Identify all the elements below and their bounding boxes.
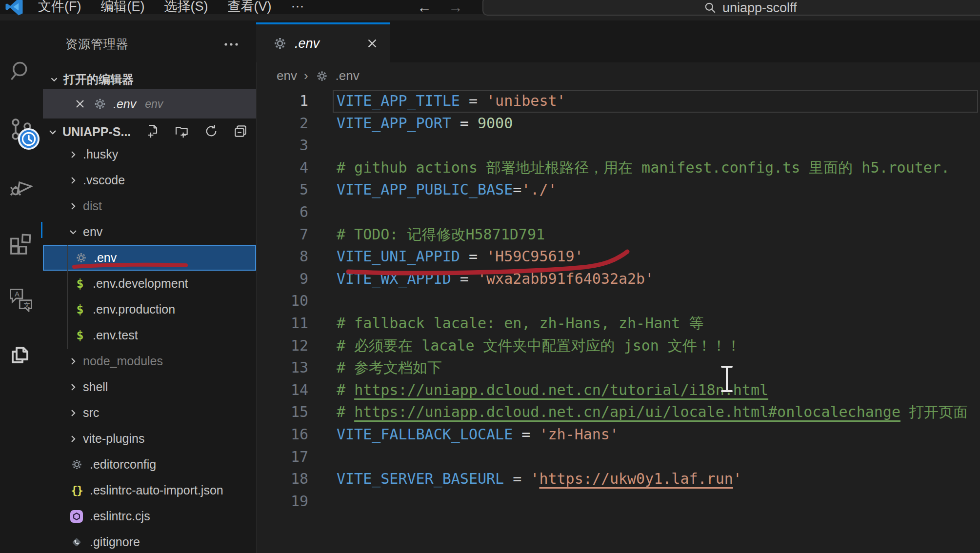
tree-item-shell[interactable]: shell [43,374,256,400]
menu-view[interactable]: 查看(V) [227,0,271,15]
new-folder-icon[interactable] [174,123,190,139]
tree-item-label: src [83,406,99,420]
project-section-header[interactable]: UNIAPP-S... [47,125,131,139]
breadcrumb-file[interactable]: .env [336,68,360,83]
code-line-10[interactable]: 10 [256,290,980,312]
tree-item-nodemodules[interactable]: node_modules [43,348,256,374]
code-line-text: # fallback lacale: en, zh-Hans, zh-Hant … [337,312,703,335]
extensions-icon[interactable] [0,225,42,259]
tree-item-dist[interactable]: dist [43,193,256,219]
tree-item-env[interactable]: env [43,219,256,245]
tree-item-label: node_modules [83,354,163,368]
back-arrow-icon[interactable]: ← [417,0,432,16]
tree-item-.env.test[interactable]: $.env.test [43,322,256,348]
chevron-right-icon [66,380,80,394]
chevron-right-icon [66,432,80,446]
run-debug-icon[interactable] [0,169,42,203]
history-nav: ← → [417,0,463,16]
code-line-7[interactable]: 7# TODO: 记得修改H5871D791 [256,223,980,246]
explorer-pages-icon[interactable] [0,337,42,372]
open-editor-file-name: .env [113,97,136,111]
gear-icon [93,97,107,111]
code-line-19[interactable]: 19 [256,490,980,513]
menu-selection[interactable]: 选择(S) [164,0,208,15]
breadcrumb-folder[interactable]: env [277,68,297,83]
line-number: 6 [256,201,308,223]
code-line-17[interactable]: 17 [256,446,980,468]
open-editor-file-path: env [145,98,163,111]
line-number: 1 [256,90,308,112]
new-file-icon[interactable] [144,123,161,139]
tree-item-label: .env.production [93,302,175,316]
tree-item-.env.development[interactable]: $.env.development [43,271,256,296]
code-line-text: # https://uniapp.dcloud.net.cn/api/ui/lo… [337,401,968,423]
tree-item-src[interactable]: src [43,400,256,426]
forward-arrow-icon[interactable]: → [448,0,463,16]
code-line-text: # https://uniapp.dcloud.net.cn/tutorial/… [337,379,768,401]
env-file-icon: $ [73,277,87,291]
tree-item-.eslintrc-auto-import.json[interactable]: {}.eslintrc-auto-import.json [43,477,256,503]
code-line-9[interactable]: 9VITE_WX_APPID = 'wxa2abb91f64032a2b' [256,268,980,290]
code-line-8[interactable]: 8VITE_UNI_APPID = 'H59C95619' [256,245,980,268]
chevron-down-icon [47,126,59,138]
code-line-4[interactable]: 4# github actions 部署地址根路径，用在 manifest.co… [256,157,980,179]
translate-icon[interactable]: A 文 [0,281,42,316]
tree-item-label: .husky [83,147,118,161]
search-icon[interactable] [0,55,42,89]
tab-label: .env [295,36,320,51]
close-icon[interactable] [365,36,380,51]
code-line-16[interactable]: 16VITE_FALLBACK_LOCALE = 'zh-Hans' [256,423,980,446]
tree-item-.eslintrc.cjs[interactable]: .eslintrc.cjs [43,503,256,529]
code-line-text: # 必须要在 lacale 文件夹中配置对应的 json 文件！！！ [337,335,741,357]
code-line-14[interactable]: 14# https://uniapp.dcloud.net.cn/tutoria… [256,379,980,401]
code-line-6[interactable]: 6 [256,201,980,223]
explorer-title: 资源管理器 [65,36,129,52]
gear-icon [315,69,329,83]
code-line-5[interactable]: 5VITE_APP_PUBLIC_BASE='./' [256,178,980,201]
line-number: 10 [256,290,308,312]
line-number: 7 [256,223,308,246]
title-bar: 文件(F) 编辑(E) 选择(S) 查看(V) ⋯ ← → uniapp-sco… [0,0,980,20]
open-editor-item-env[interactable]: .env env [43,89,256,118]
gear-icon [272,36,288,51]
tab-env[interactable]: .env [256,22,390,62]
code-line-12[interactable]: 12# 必须要在 lacale 文件夹中配置对应的 json 文件！！！ [256,335,980,357]
refresh-icon[interactable] [203,123,220,139]
code-line-1[interactable]: 1VITE_APP_TITLE = 'unibest' [256,90,980,112]
tree-item-.editorconfig[interactable]: .editorconfig [43,452,256,477]
line-number: 4 [256,157,308,179]
more-actions-icon[interactable] [220,38,242,51]
tree-item-.husky[interactable]: .husky [43,141,256,167]
line-number: 12 [256,335,308,357]
code-line-text: VITE_WX_APPID = 'wxa2abb91f64032a2b' [337,268,654,290]
env-file-icon: $ [73,303,87,316]
vscode-window: 文件(F) 编辑(E) 选择(S) 查看(V) ⋯ ← → uniapp-sco… [0,0,980,553]
code-line-13[interactable]: 13# 参考文档如下 [256,356,980,379]
menu-edit[interactable]: 编辑(E) [100,0,144,15]
code-line-text: VITE_UNI_APPID = 'H59C95619' [337,245,583,268]
tree-item-.env[interactable]: .env [43,245,256,271]
code-line-3[interactable]: 3 [256,134,980,157]
line-number: 17 [256,446,308,468]
source-control-icon[interactable] [0,113,42,147]
chevron-right-icon [66,406,80,420]
menu-more[interactable]: ⋯ [291,0,304,14]
menu-file[interactable]: 文件(F) [38,0,81,15]
eslint-icon [70,510,83,523]
code-line-15[interactable]: 15# https://uniapp.dcloud.net.cn/api/ui/… [256,401,980,423]
collapse-all-icon[interactable] [232,123,249,139]
close-icon[interactable] [73,97,87,111]
gear-icon [70,458,83,472]
open-editors-section[interactable]: 打开的编辑器 [49,72,134,87]
tree-item-vite-plugins[interactable]: vite-plugins [43,426,256,452]
tree-item-.env.production[interactable]: $.env.production [43,296,256,322]
tree-item-.vscode[interactable]: .vscode [43,167,256,193]
code-line-text: VITE_APP_TITLE = 'unibest' [337,90,566,112]
code-line-2[interactable]: 2VITE_APP_PORT = 9000 [256,112,980,135]
tree-item-label: .env.development [93,276,188,291]
command-center-search[interactable]: uniapp-scolff [482,0,980,16]
tree-item-.gitignore[interactable]: .gitignore [43,529,256,553]
code-line-18[interactable]: 18VITE_SERVER_BASEURL = 'https://ukw0y1.… [256,468,980,490]
line-number: 14 [256,379,308,401]
code-line-11[interactable]: 11# fallback lacale: en, zh-Hans, zh-Han… [256,312,980,335]
